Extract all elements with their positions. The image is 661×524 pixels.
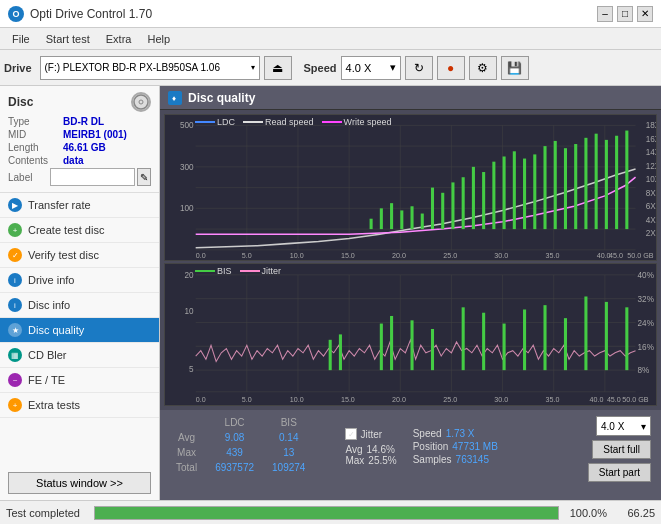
legend-bis: BIS: [195, 266, 232, 276]
menu-extra[interactable]: Extra: [98, 31, 140, 47]
bottom-stats: LDC BIS Avg 9.08 0.14 Max: [160, 410, 661, 500]
burn-icon: ●: [447, 61, 454, 75]
total-bis: 109274: [264, 461, 313, 474]
progress-bar: [95, 507, 558, 519]
svg-rect-108: [431, 329, 434, 370]
sidebar-item-disc-info[interactable]: i Disc info: [0, 293, 159, 318]
stats-avg-row: Avg 9.08 0.14: [168, 431, 331, 444]
legend-write-speed-label: Write speed: [344, 117, 392, 127]
settings-button[interactable]: ⚙: [469, 56, 497, 80]
svg-rect-53: [472, 167, 475, 229]
bottom-chart: BIS Jitter: [164, 263, 657, 406]
svg-rect-51: [451, 182, 454, 229]
start-full-button[interactable]: Start full: [592, 440, 651, 459]
statusbar: Test completed 100.0% 66.25: [0, 500, 661, 524]
svg-text:8X: 8X: [646, 189, 656, 198]
verify-icon: ✓: [8, 248, 22, 262]
test-speed-dropdown[interactable]: 4.0 X ▾: [596, 416, 651, 436]
sidebar-item-label-disc-info: Disc info: [28, 299, 70, 311]
disc-label-input[interactable]: [50, 168, 135, 186]
sidebar-item-label-create-test-disc: Create test disc: [28, 224, 104, 236]
stats-max-row: Max 439 13: [168, 446, 331, 459]
legend-read-speed: Read speed: [243, 117, 314, 127]
svg-rect-60: [543, 146, 546, 229]
disc-mid-row: MID MEIRB1 (001): [8, 129, 151, 140]
svg-rect-103: [329, 340, 332, 370]
drive-dropdown[interactable]: (F:) PLEXTOR BD-R PX-LB950SA 1.06 ▾: [40, 56, 260, 80]
drive-dropdown-value: (F:) PLEXTOR BD-R PX-LB950SA 1.06: [45, 62, 220, 73]
eject-button[interactable]: ⏏: [264, 56, 292, 80]
svg-point-1: [139, 100, 143, 104]
sidebar-nav: ▶ Transfer rate + Create test disc ✓ Ver…: [0, 193, 159, 466]
svg-text:12X: 12X: [646, 162, 656, 171]
svg-text:300: 300: [180, 163, 194, 172]
sidebar-item-verify-test-disc[interactable]: ✓ Verify test disc: [0, 243, 159, 268]
svg-rect-54: [482, 172, 485, 229]
speed-dropdown[interactable]: 4.0 X ▾: [341, 56, 401, 80]
sidebar-item-drive-info[interactable]: i Drive info: [0, 268, 159, 293]
sidebar-item-create-test-disc[interactable]: + Create test disc: [0, 218, 159, 243]
titlebar-left: O Opti Drive Control 1.70: [8, 6, 152, 22]
svg-rect-67: [615, 136, 618, 229]
sidebar-item-label-drive-info: Drive info: [28, 274, 74, 286]
svg-rect-66: [605, 140, 608, 229]
status-window-button[interactable]: Status window >>: [8, 472, 151, 494]
stats-total-row: Total 6937572 109274: [168, 461, 331, 474]
svg-text:25.0: 25.0: [443, 395, 457, 404]
svg-rect-58: [523, 159, 526, 230]
jitter-label: Jitter: [360, 429, 382, 440]
avg-bis: 0.14: [264, 431, 313, 444]
disc-contents-value: data: [63, 155, 84, 166]
disc-label-edit-button[interactable]: ✎: [137, 168, 151, 186]
save-button[interactable]: 💾: [501, 56, 529, 80]
svg-rect-61: [554, 141, 557, 229]
sidebar-item-transfer-rate[interactable]: ▶ Transfer rate: [0, 193, 159, 218]
stats-ldc-header: LDC: [207, 416, 262, 429]
svg-text:32%: 32%: [638, 294, 655, 304]
minimize-button[interactable]: –: [597, 6, 613, 22]
max-bis: 13: [264, 446, 313, 459]
disc-type-row: Type BD-R DL: [8, 116, 151, 127]
svg-rect-43: [370, 219, 373, 229]
maximize-button[interactable]: □: [617, 6, 633, 22]
charts-container: LDC Read speed Write speed: [160, 110, 661, 410]
sidebar-item-cd-bler[interactable]: ▦ CD Bler: [0, 343, 159, 368]
disc-length-label: Length: [8, 142, 63, 153]
svg-text:35.0: 35.0: [546, 251, 560, 260]
top-chart-legend: LDC Read speed Write speed: [195, 117, 391, 127]
legend-bis-label: BIS: [217, 266, 232, 276]
svg-rect-114: [564, 318, 567, 370]
burn-button[interactable]: ●: [437, 56, 465, 80]
close-button[interactable]: ✕: [637, 6, 653, 22]
disc-section-title: Disc: [8, 95, 33, 109]
menu-start-test[interactable]: Start test: [38, 31, 98, 47]
sidebar-item-disc-quality[interactable]: ★ Disc quality: [0, 318, 159, 343]
svg-text:30.0: 30.0: [494, 395, 508, 404]
legend-ldc: LDC: [195, 117, 235, 127]
disc-length-value: 46.61 GB: [63, 142, 106, 153]
svg-text:6X: 6X: [646, 202, 656, 211]
svg-rect-110: [482, 313, 485, 370]
svg-text:50.0 GB: 50.0 GB: [622, 395, 648, 404]
menu-file[interactable]: File: [4, 31, 38, 47]
refresh-button[interactable]: ↻: [405, 56, 433, 80]
svg-text:5.0: 5.0: [242, 251, 252, 260]
disc-mid-label: MID: [8, 129, 63, 140]
max-ldc: 439: [207, 446, 262, 459]
disc-info-panel: Disc Type BD-R DL MID MEIRB1 (001) Lengt…: [0, 86, 159, 193]
svg-text:16X: 16X: [646, 135, 656, 144]
total-ldc: 6937572: [207, 461, 262, 474]
jitter-max-row: Max 25.5%: [345, 455, 396, 466]
menu-help[interactable]: Help: [139, 31, 178, 47]
edit-icon: ✎: [140, 172, 148, 183]
sidebar-item-fe-te[interactable]: ~ FE / TE: [0, 368, 159, 393]
sidebar-item-extra-tests[interactable]: + Extra tests: [0, 393, 159, 418]
disc-quality-header: ♦ Disc quality: [160, 86, 661, 110]
svg-text:35.0: 35.0: [546, 395, 560, 404]
jitter-checkbox[interactable]: ✓: [345, 428, 357, 440]
svg-text:45.0: 45.0: [609, 251, 623, 260]
svg-text:15.0: 15.0: [341, 395, 355, 404]
test-speed-arrow-icon: ▾: [641, 421, 646, 432]
svg-rect-115: [584, 297, 587, 371]
start-part-button[interactable]: Start part: [588, 463, 651, 482]
